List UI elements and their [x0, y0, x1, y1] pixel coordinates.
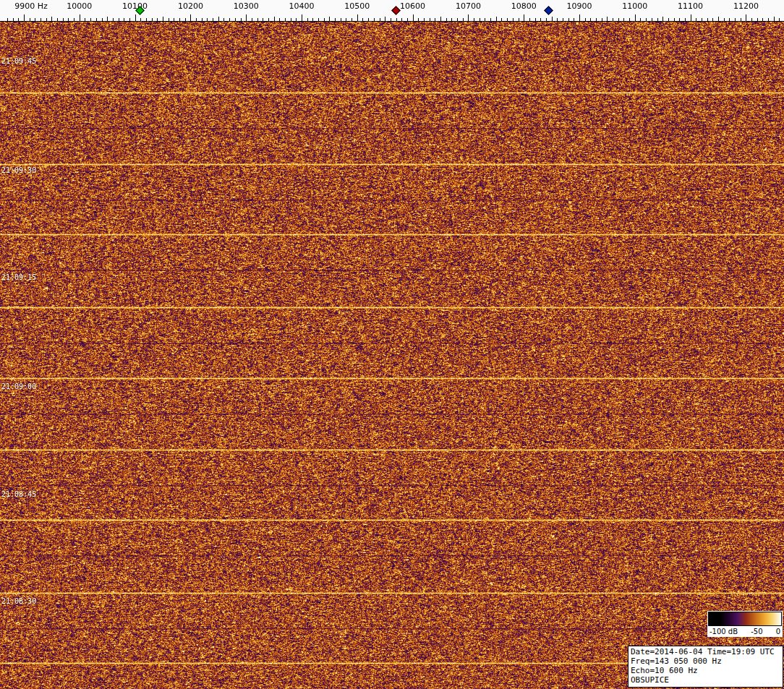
colorbar-gradient	[708, 612, 782, 626]
info-line-echo: Echo=10 600 Hz	[631, 666, 780, 675]
colorbar-label-min: -100 dB	[710, 628, 738, 635]
info-line-date-time: Date=2014-06-04 Time=19:09 UTC	[631, 647, 780, 656]
info-line-station: OBSUPICE	[631, 675, 780, 685]
colorbar-label-mid: -50	[751, 628, 762, 635]
info-line-frequency: Freq=143 050 000 Hz	[631, 656, 780, 666]
colorbar: -100 dB -50 0	[707, 611, 783, 637]
waterfall-display[interactable]: 21:09:4521:09:3021:09:1521:09:0021:08:45…	[0, 22, 784, 689]
app-root: 9900 Hz100001010010200103001040010500106…	[0, 0, 784, 689]
frequency-ruler[interactable]: 9900 Hz100001010010200103001040010500106…	[0, 0, 784, 22]
colorbar-label-max: 0	[776, 628, 780, 635]
info-box: Date=2014-06-04 Time=19:09 UTC Freq=143 …	[628, 646, 783, 688]
spectrogram-canvas[interactable]	[0, 22, 784, 689]
colorbar-scale-labels: -100 dB -50 0	[708, 626, 782, 636]
